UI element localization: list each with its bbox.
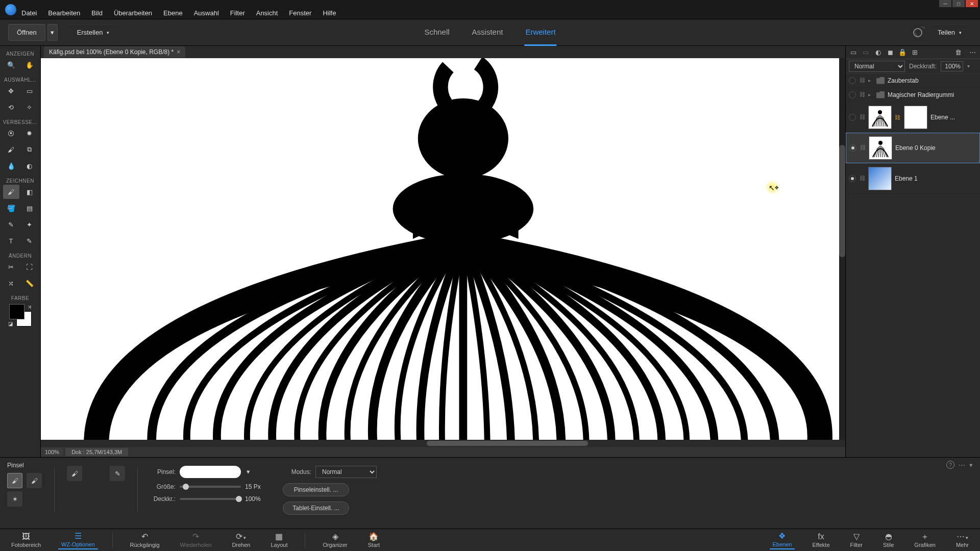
- visibility-toggle[interactable]: [849, 175, 856, 182]
- layers-tab-button[interactable]: ❖Ebenen: [770, 531, 795, 549]
- cloud-sync-icon[interactable]: [913, 28, 922, 37]
- redo-button[interactable]: ↷Wiederholen: [177, 532, 215, 549]
- blend-mode-select[interactable]: Normal: [849, 61, 905, 72]
- opacity-slider[interactable]: [180, 498, 241, 500]
- tablet-settings-button[interactable]: Tablet-Einstell. ...: [283, 502, 349, 515]
- create-button[interactable]: Erstellen▾: [69, 24, 118, 40]
- mask-thumbnail[interactable]: [904, 106, 927, 129]
- menu-layer[interactable]: Ebene: [158, 7, 188, 19]
- maximize-button[interactable]: □: [952, 0, 965, 7]
- zoom-level[interactable]: 100%: [41, 448, 63, 456]
- crop-tool[interactable]: ✂: [3, 260, 19, 274]
- opacity-value[interactable]: 100%: [245, 495, 271, 503]
- color-swatch[interactable]: ⤭ ◪: [9, 304, 32, 327]
- smart-brush-tool[interactable]: 🖌: [3, 142, 19, 157]
- link-icon[interactable]: ⛓: [859, 77, 865, 84]
- eyedropper-tool[interactable]: ✎: [3, 217, 19, 232]
- visibility-toggle[interactable]: [849, 114, 856, 121]
- panel-menu-icon[interactable]: ⋯: [968, 48, 977, 57]
- impressionist-brush[interactable]: 🖌: [67, 466, 82, 481]
- new-layer-icon[interactable]: ▭: [849, 48, 858, 57]
- chevron-down-icon[interactable]: ▾: [967, 63, 970, 69]
- brush-variant-2[interactable]: 🖌: [27, 473, 42, 488]
- content-move-tool[interactable]: ⤭: [3, 276, 19, 290]
- mode-quick[interactable]: Schnell: [423, 19, 450, 46]
- menu-enhance[interactable]: Überarbeiten: [109, 7, 157, 19]
- photo-bin-button[interactable]: 🖼Fotobereich: [8, 532, 44, 549]
- foreground-color[interactable]: [9, 304, 24, 319]
- marquee-tool[interactable]: ▭: [21, 84, 38, 98]
- horizontal-scrollbar-track[interactable]: [41, 440, 845, 447]
- menu-file[interactable]: Datei: [16, 7, 42, 19]
- bucket-tool[interactable]: 🪣: [3, 201, 19, 215]
- default-colors-icon[interactable]: ◪: [8, 321, 13, 327]
- minimize-button[interactable]: ─: [939, 0, 951, 7]
- recompose-tool[interactable]: ⛶: [21, 260, 38, 274]
- help-icon[interactable]: ?: [946, 461, 954, 469]
- layer-thumbnail[interactable]: [868, 167, 892, 190]
- mode-expert[interactable]: Erweitert: [524, 19, 556, 46]
- new-group-icon[interactable]: ▭: [861, 48, 870, 57]
- hand-tool[interactable]: ✋: [21, 58, 38, 72]
- vertical-scrollbar-track[interactable]: [839, 58, 845, 440]
- tool-options-button[interactable]: ☰WZ-Optionen: [58, 531, 97, 549]
- home-button[interactable]: 🏠Start: [365, 532, 383, 549]
- layer-group-zauberstab[interactable]: ⛓ ▸ Zauberstab: [846, 73, 980, 88]
- visibility-toggle[interactable]: [849, 144, 856, 152]
- gradient-tool[interactable]: ▤: [21, 201, 38, 215]
- eraser-tool[interactable]: ◧: [21, 185, 38, 199]
- size-value[interactable]: 15 Px: [245, 483, 271, 490]
- layer-group-radiergummi[interactable]: ⛓ ▸ Magischer Radiergummi: [846, 88, 980, 102]
- vertical-scrollbar-thumb[interactable]: [839, 145, 845, 257]
- menu-select[interactable]: Auswahl: [189, 7, 224, 19]
- canvas[interactable]: ↖✥: [41, 58, 845, 440]
- blend-mode-combo[interactable]: Normal: [315, 466, 377, 478]
- menu-edit[interactable]: Bearbeiten: [43, 7, 85, 19]
- fx-menu-icon[interactable]: ⊞: [910, 48, 919, 57]
- adjustment-layer-icon[interactable]: ◐: [873, 48, 883, 57]
- zoom-tool[interactable]: 🔍: [3, 58, 19, 72]
- move-tool[interactable]: ✥: [3, 84, 19, 98]
- open-dropdown[interactable]: ▾: [47, 24, 58, 41]
- menu-image[interactable]: Bild: [86, 7, 108, 19]
- layer-ebene-0-kopie[interactable]: ⛓ Ebene 0 Kopie: [846, 133, 980, 163]
- link-icon[interactable]: ⛓: [859, 175, 865, 182]
- rotate-button[interactable]: ⟳▾Drehen: [229, 532, 253, 549]
- sponge-tool[interactable]: ◐: [21, 159, 38, 173]
- layer-thumbnail[interactable]: [869, 136, 892, 160]
- collapse-panel-icon[interactable]: ▾: [969, 461, 973, 469]
- expand-icon[interactable]: ▸: [868, 78, 873, 83]
- more-tab-button[interactable]: ⋯▾Mehr: [953, 532, 972, 549]
- link-icon[interactable]: ⛓: [859, 114, 865, 121]
- menu-filter[interactable]: Filter: [225, 7, 250, 19]
- type-tool[interactable]: T: [3, 234, 19, 248]
- doc-size[interactable]: Dok : 25,7M/143,3M: [65, 448, 128, 456]
- brush-variant-3[interactable]: ✶: [7, 491, 22, 507]
- clone-tool[interactable]: ⧉: [21, 142, 38, 157]
- horizontal-scrollbar-thumb[interactable]: [427, 441, 587, 446]
- link-icon[interactable]: ⛓: [859, 91, 865, 98]
- layer-ebene-1[interactable]: ⛓ Ebene 1: [846, 163, 980, 194]
- straighten-tool[interactable]: 📏: [21, 276, 38, 290]
- share-button[interactable]: Teilen▾: [929, 24, 970, 40]
- link-icon[interactable]: ⛓: [860, 144, 866, 152]
- size-slider[interactable]: [180, 486, 241, 488]
- color-replace-brush[interactable]: ✎: [110, 466, 125, 481]
- menu-help[interactable]: Hilfe: [317, 7, 341, 19]
- trash-icon[interactable]: 🗑: [953, 48, 963, 57]
- spot-heal-tool[interactable]: ✹: [21, 126, 38, 140]
- chain-link-icon[interactable]: ⛓: [895, 114, 901, 120]
- layout-button[interactable]: ▦Layout: [267, 532, 290, 549]
- swap-colors-icon[interactable]: ⤭: [28, 304, 32, 310]
- document-tab[interactable]: Käfig.psd bei 100% (Ebene 0 Kopie, RGB/8…: [44, 46, 185, 58]
- lock-icon[interactable]: 🔒: [898, 48, 907, 57]
- lasso-tool[interactable]: ⟲: [3, 100, 19, 114]
- menu-view[interactable]: Ansicht: [251, 7, 283, 19]
- styles-tab-button[interactable]: ◓Stile: [880, 532, 897, 549]
- brush-tool[interactable]: 🖌: [3, 185, 19, 199]
- mask-icon[interactable]: ◼: [886, 48, 895, 57]
- visibility-toggle[interactable]: [849, 77, 856, 84]
- opacity-value[interactable]: 100%: [941, 61, 963, 71]
- shape-tool[interactable]: ✦: [21, 217, 38, 232]
- pencil-tool[interactable]: ✎: [21, 234, 38, 248]
